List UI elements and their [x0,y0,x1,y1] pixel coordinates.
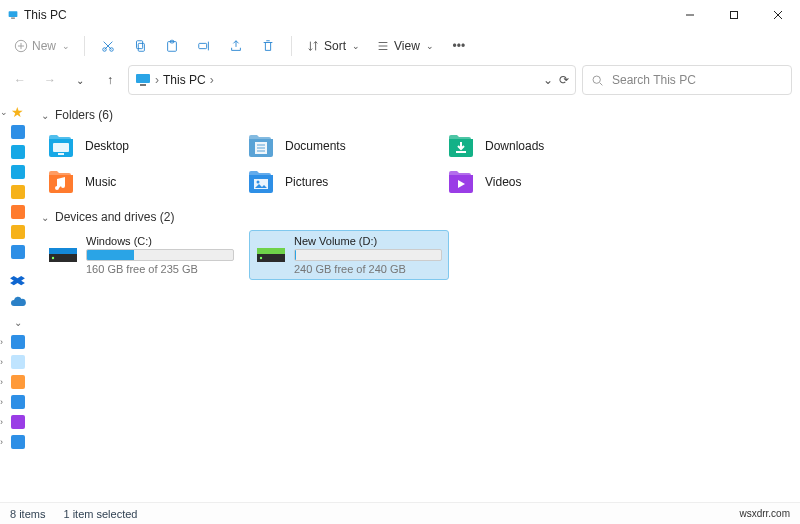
svg-rect-3 [731,12,738,19]
status-watermark: wsxdrr.com [739,508,790,519]
forward-button[interactable]: → [38,66,62,94]
folder-item-desktop[interactable]: Desktop [41,128,241,164]
sidebar-item[interactable]: › [0,332,35,352]
pictures-folder-icon [247,168,275,196]
desktop-folder-icon [47,132,75,160]
sidebar-item[interactable] [0,142,35,162]
sort-icon [306,39,320,53]
folder-item-videos[interactable]: Videos [441,164,641,200]
up-button[interactable]: ↑ [98,66,122,94]
window-title: This PC [24,8,67,22]
folder-item-documents[interactable]: Documents [241,128,441,164]
app-monitor-icon [8,10,18,20]
drives-group-label: Devices and drives (2) [55,210,174,224]
svg-rect-34 [49,248,77,254]
refresh-button[interactable]: ⟳ [559,73,569,87]
svg-line-25 [600,82,602,84]
recent-locations-button[interactable]: ⌄ [68,66,92,94]
drive-usage-bar [86,249,234,261]
copy-icon [133,39,147,53]
status-item-count: 8 items [10,508,45,520]
drive-label: Windows (C:) [86,235,234,247]
copy-button[interactable] [125,33,155,59]
svg-point-24 [593,76,600,83]
maximize-button[interactable] [712,0,756,30]
new-button[interactable]: New ⌄ [8,33,76,59]
sidebar-item[interactable] [0,122,35,142]
sidebar-item[interactable] [0,182,35,202]
minimize-button[interactable] [668,0,712,30]
documents-folder-icon [247,132,275,160]
svg-rect-13 [137,41,143,49]
crumb-separator-icon: › [155,73,159,87]
chevron-down-icon: ⌄ [41,110,49,121]
sidebar-item[interactable] [0,242,35,262]
monitor-icon [135,72,151,88]
svg-point-39 [260,257,262,259]
address-row: ← → ⌄ ↑ › This PC › ⌄ ⟳ Search This PC [0,62,800,98]
svg-rect-1 [11,18,15,19]
drive-usage-bar [294,249,442,261]
cut-button[interactable] [93,33,123,59]
svg-point-36 [52,257,54,259]
svg-line-11 [104,42,112,50]
folder-item-music[interactable]: Music [41,164,241,200]
rename-button[interactable] [189,33,219,59]
delete-button[interactable] [253,33,283,59]
sidebar-item[interactable]: › [0,432,35,452]
sidebar-item[interactable]: › [0,372,35,392]
view-icon [376,39,390,53]
svg-rect-17 [199,43,207,48]
sidebar-item[interactable]: ⌄★ [0,102,35,122]
search-icon [591,74,604,87]
breadcrumb-root[interactable]: This PC [163,73,206,87]
downloads-folder-icon [447,132,475,160]
sidebar-item[interactable] [0,222,35,242]
sidebar-item[interactable]: › [0,412,35,432]
share-button[interactable] [221,33,251,59]
sidebar-item[interactable] [0,292,35,312]
sidebar-item[interactable]: ⌄ [0,312,35,332]
folder-item-downloads[interactable]: Downloads [441,128,641,164]
close-button[interactable] [756,0,800,30]
back-button[interactable]: ← [8,66,32,94]
window-controls [668,0,800,30]
drive-free-label: 240 GB free of 240 GB [294,263,442,275]
status-bar: 8 items 1 item selected wsxdrr.com [0,502,800,524]
chevron-down-icon: ⌄ [41,212,49,223]
svg-rect-0 [9,11,18,17]
paste-button[interactable] [157,33,187,59]
crumb-separator-icon: › [210,73,214,87]
sort-button[interactable]: Sort ⌄ [300,33,366,59]
svg-rect-27 [58,153,64,155]
chevron-down-icon: ⌄ [62,41,70,51]
address-bar[interactable]: › This PC › ⌄ ⟳ [128,65,576,95]
drive-info: New Volume (D:) 240 GB free of 240 GB [294,235,442,275]
sidebar-item[interactable] [0,272,35,292]
folder-item-pictures[interactable]: Pictures [241,164,441,200]
new-label: New [32,39,56,53]
sidebar-item[interactable]: › [0,392,35,412]
view-button[interactable]: View ⌄ [370,33,440,59]
more-button[interactable]: ••• [444,33,474,59]
svg-point-33 [257,181,260,184]
folders-group-header[interactable]: ⌄ Folders (6) [41,108,786,122]
drive-item[interactable]: New Volume (D:) 240 GB free of 240 GB [249,230,449,280]
sidebar-item[interactable] [0,202,35,222]
address-dropdown-button[interactable]: ⌄ [543,73,553,87]
sidebar-item[interactable] [0,162,35,182]
sidebar-item[interactable]: › [0,352,35,372]
drive-item[interactable]: Windows (C:) 160 GB free of 235 GB [41,230,241,280]
sidebar-item [0,262,35,272]
drive-icon [256,240,286,270]
drives-group-header[interactable]: ⌄ Devices and drives (2) [41,210,786,224]
main-pane: ⌄ Folders (6) Desktop Documents Download… [35,98,800,502]
drive-info: Windows (C:) 160 GB free of 235 GB [86,235,234,275]
search-input[interactable]: Search This PC [582,65,792,95]
sidebar: ⌄★⌄›››››› [0,98,35,502]
folder-label: Music [85,175,116,189]
plus-circle-icon [14,39,28,53]
status-selection: 1 item selected [63,508,137,520]
svg-rect-26 [53,143,69,152]
folder-label: Pictures [285,175,328,189]
